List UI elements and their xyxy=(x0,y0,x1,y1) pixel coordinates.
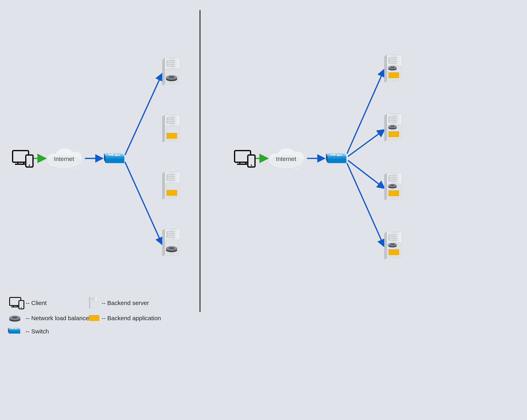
cloud-right: Internet xyxy=(267,146,305,170)
app-on-server-left-3 xyxy=(167,190,177,196)
client-icon-left xyxy=(12,150,32,166)
cloud-label-right: Internet xyxy=(276,155,296,162)
switch-icon-right xyxy=(326,152,348,164)
nlb-on-server-left-1 xyxy=(165,74,178,81)
cloud-left: Internet xyxy=(45,146,83,170)
legend-client-icon xyxy=(9,297,23,308)
nlb-on-server-right-2 xyxy=(388,124,397,129)
arrow-switch-to-server1-left xyxy=(125,74,162,155)
legend-server-label: -- Backend server xyxy=(102,300,149,306)
nlb-on-server-left-4 xyxy=(165,245,178,252)
arrow-switch-to-server4-right xyxy=(347,163,384,246)
switch-icon-left xyxy=(104,152,126,164)
legend-nlb-icon xyxy=(9,314,21,321)
legend-app-label: -- Backend application xyxy=(102,315,161,321)
arrow-switch-to-server3-right xyxy=(348,160,384,188)
client-icon-right xyxy=(234,150,254,166)
app-on-server-right-2 xyxy=(389,131,399,137)
cloud-label-left: Internet xyxy=(54,155,74,162)
server-left-4 xyxy=(162,227,182,257)
server-left-1 xyxy=(162,56,182,86)
arrow-switch-to-server1-right xyxy=(347,70,384,154)
nlb-on-server-right-4 xyxy=(388,242,397,247)
arrow-switch-to-server2-right xyxy=(348,130,384,156)
legend-nlb-label: -- Network load balancer xyxy=(26,315,91,321)
legend-switch-label: -- Switch xyxy=(26,328,49,335)
app-on-server-right-3 xyxy=(389,190,399,196)
legend-switch-icon xyxy=(8,327,21,334)
app-on-server-right-4 xyxy=(389,249,399,255)
nlb-on-server-right-3 xyxy=(388,183,397,188)
diagram-canvas xyxy=(0,0,527,420)
arrow-switch-to-server4-left xyxy=(125,162,162,244)
app-on-server-right-1 xyxy=(389,72,399,78)
nlb-on-server-right-1 xyxy=(388,65,397,70)
legend-client-label: -- Client xyxy=(26,300,47,306)
legend-app-icon xyxy=(89,315,99,321)
legend-server-icon xyxy=(89,296,98,309)
app-on-server-left-2 xyxy=(167,133,177,139)
